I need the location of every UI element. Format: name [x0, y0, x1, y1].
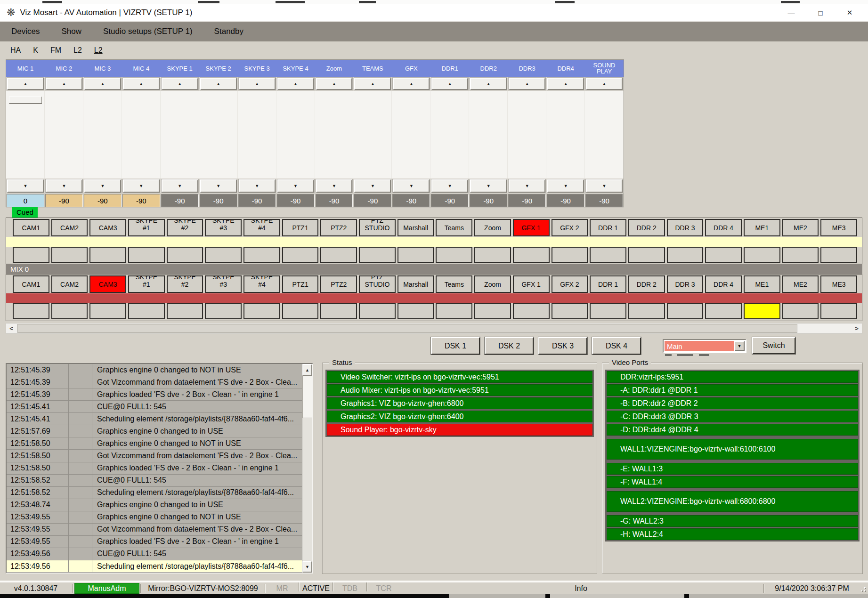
log-scrollbar-track[interactable] [302, 418, 312, 561]
fader-down-button[interactable]: ▼ [7, 179, 44, 193]
source-button-marshall[interactable]: Marshall [397, 219, 434, 236]
bus-cell[interactable] [474, 303, 511, 319]
menu-item-devices[interactable]: Devices [11, 27, 40, 36]
bus-cell[interactable] [667, 247, 704, 263]
scroll-up-icon[interactable]: ▲ [302, 364, 312, 376]
bus-cell[interactable] [205, 303, 242, 319]
quick-tab-l2-4[interactable]: L2 [94, 46, 103, 55]
fader-track-gfx[interactable] [392, 91, 430, 178]
fader-up-button[interactable]: ▲ [162, 78, 198, 90]
dsk-button-2[interactable]: DSK 2 [485, 337, 534, 355]
fader-down-button[interactable]: ▼ [162, 179, 198, 193]
source-button-skype-3[interactable]: SKYPE#3 [205, 219, 242, 236]
bus-cell[interactable] [359, 247, 396, 263]
bus-cell[interactable] [667, 303, 704, 319]
scroll-left-icon[interactable]: < [6, 323, 16, 333]
log-row[interactable]: 12:51:45.39Graphics loaded 'FS dve - 2 B… [7, 388, 302, 401]
bus-cell[interactable] [397, 247, 434, 263]
bus-cell[interactable] [590, 303, 626, 319]
bus-cell[interactable] [705, 303, 742, 319]
log-scrollbar[interactable]: ▲ ▼ [302, 364, 312, 573]
fader-up-button[interactable]: ▲ [470, 78, 507, 90]
dsk-button-3[interactable]: DSK 3 [538, 337, 587, 355]
bus-cell[interactable] [513, 303, 550, 319]
source-button-cam3[interactable]: CAM3 [89, 275, 126, 293]
minimize-button[interactable]: — [777, 4, 806, 21]
fader-track-mic-4[interactable] [122, 91, 161, 178]
bus-cell[interactable] [167, 247, 203, 263]
bus-cell[interactable] [51, 303, 88, 319]
log-row[interactable]: 12:53:49.56CUE@0 FULL1: 545 [7, 548, 302, 560]
fader-down-button[interactable]: ▼ [586, 179, 623, 193]
fader-up-button[interactable]: ▲ [393, 78, 430, 90]
bus-cell[interactable] [820, 247, 857, 263]
log-scrollbar-thumb[interactable] [302, 376, 312, 418]
bus-cell[interactable] [397, 303, 434, 319]
fader-track-skype-1[interactable] [161, 91, 199, 178]
source-button-me1[interactable]: ME1 [744, 275, 780, 293]
source-button-gfx-1[interactable]: GFX 1 [513, 219, 550, 236]
source-button-ddr-1[interactable]: DDR 1 [590, 275, 626, 293]
resize-grip[interactable] [859, 584, 867, 593]
source-button-ddr-2[interactable]: DDR 2 [628, 275, 665, 293]
bus-cell[interactable] [628, 247, 665, 263]
bus-cell[interactable] [820, 303, 857, 319]
log-row[interactable]: 12:53:49.55Graphics engine 0 changed to … [7, 511, 302, 524]
menu-item-show[interactable]: Show [61, 27, 81, 36]
bus-cell[interactable] [628, 303, 665, 319]
source-button-skype-3[interactable]: SKYPE#3 [205, 275, 242, 293]
source-button-me3[interactable]: ME3 [820, 219, 857, 236]
bus-cell[interactable] [89, 303, 126, 319]
bus-cell[interactable] [320, 247, 357, 263]
source-button-teams[interactable]: Teams [436, 219, 472, 236]
fader-track-mic-2[interactable] [45, 91, 83, 178]
log-row[interactable]: 12:53:49.55Graphics loaded 'FS dve - 2 B… [7, 536, 302, 548]
source-button-me1[interactable]: ME1 [744, 219, 780, 236]
source-button-gfx-2[interactable]: GFX 2 [552, 219, 588, 236]
bus-cell[interactable] [89, 247, 126, 263]
fader-up-button[interactable]: ▲ [200, 78, 237, 90]
source-button-teams[interactable]: Teams [436, 275, 472, 293]
bus-cell[interactable] [744, 303, 780, 319]
source-button-cam2[interactable]: CAM2 [51, 219, 88, 236]
quick-tab-ha-0[interactable]: HA [10, 46, 21, 55]
bus-cell[interactable] [744, 247, 780, 263]
bus-cell[interactable] [359, 303, 396, 319]
bus-cell[interactable] [436, 247, 472, 263]
source-button-gfx-1[interactable]: GFX 1 [513, 275, 550, 293]
fader-down-button[interactable]: ▼ [509, 179, 545, 193]
horizontal-scrollbar-thumb[interactable] [17, 324, 797, 333]
bus-cell[interactable] [513, 247, 550, 263]
quick-tab-l2-3[interactable]: L2 [73, 46, 82, 55]
fader-track-zoom[interactable] [315, 91, 354, 178]
fader-track-ddr2[interactable] [469, 91, 508, 178]
fader-down-button[interactable]: ▼ [239, 179, 276, 193]
bus-cell[interactable] [13, 247, 49, 263]
fader-up-button[interactable]: ▲ [354, 78, 391, 90]
fader-track-ddr3[interactable] [508, 91, 546, 178]
menu-item-studio-setups-setup-1[interactable]: Studio setups (SETUP 1) [103, 27, 193, 36]
fader-down-button[interactable]: ▼ [393, 179, 430, 193]
fader-up-button[interactable]: ▲ [7, 78, 44, 90]
log-row[interactable]: 12:51:45.41Scheduling element /storage/p… [7, 413, 302, 425]
source-button-skype-1[interactable]: SKYPE#1 [128, 219, 165, 236]
source-button-ddr-3[interactable]: DDR 3 [667, 275, 704, 293]
source-button-ptz-studio[interactable]: PTZSTUDIO [359, 275, 396, 293]
fader-down-button[interactable]: ▼ [354, 179, 391, 193]
source-button-zoom[interactable]: Zoom [474, 219, 511, 236]
bus-cell[interactable] [705, 247, 742, 263]
source-button-ddr-4[interactable]: DDR 4 [705, 275, 742, 293]
fader-up-button[interactable]: ▲ [547, 78, 584, 90]
fader-track-mic-3[interactable] [83, 91, 122, 178]
fader-down-button[interactable]: ▼ [277, 179, 314, 193]
log-row[interactable]: 12:51:58.50Got Vizcommand from dataeleme… [7, 450, 302, 462]
bus-cell[interactable] [590, 247, 626, 263]
maximize-button[interactable]: □ [806, 4, 835, 21]
fader-up-button[interactable]: ▲ [277, 78, 314, 90]
fader-up-button[interactable]: ▲ [316, 78, 353, 90]
fader-track-mic-1[interactable] [6, 91, 45, 178]
log-row[interactable]: 12:51:57.69Graphics engine 0 changed to … [7, 425, 302, 437]
transition-bus-dropdown[interactable]: Main ▼ [663, 339, 746, 353]
source-button-cam1[interactable]: CAM1 [13, 275, 49, 293]
bus-cell[interactable] [128, 247, 165, 263]
